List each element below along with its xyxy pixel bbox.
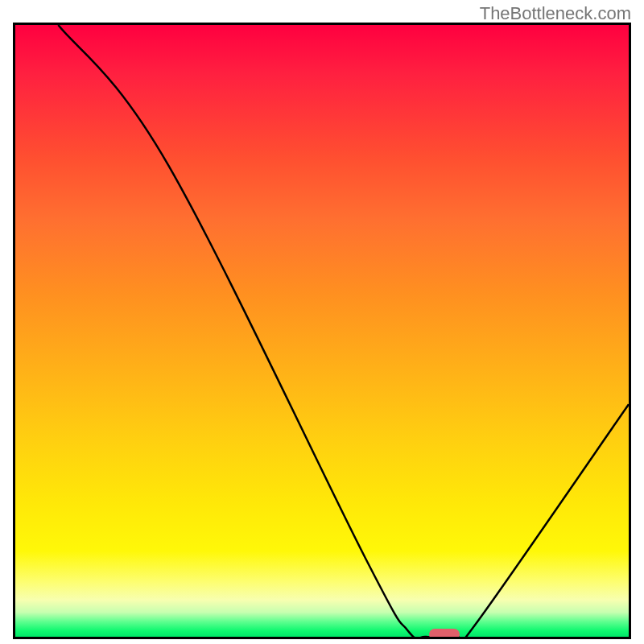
watermark-label: TheBottleneck.com bbox=[480, 3, 631, 24]
curve-line bbox=[15, 25, 629, 637]
plot-area bbox=[13, 23, 631, 639]
chart-container: TheBottleneck.com bbox=[0, 0, 644, 644]
optimum-marker bbox=[429, 629, 460, 639]
